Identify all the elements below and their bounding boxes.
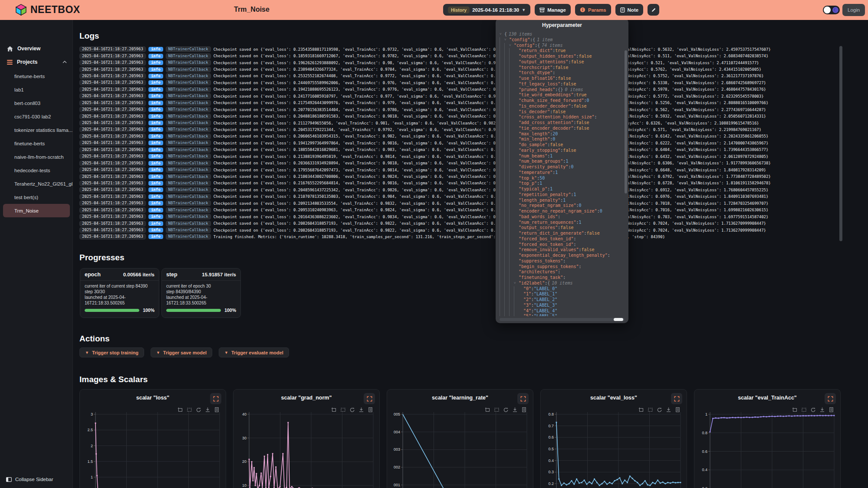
series-marker xyxy=(556,422,557,423)
series-marker xyxy=(650,485,651,486)
series-marker xyxy=(644,480,646,481)
sidebar-item-project[interactable]: tokenizer statistics llama... xyxy=(0,123,73,137)
chart-plot-eval_TrainAcc[interactable]: 10.80.60.40.2 xyxy=(697,412,838,488)
log-tag: NBTrainerCallback xyxy=(166,93,211,99)
series-marker xyxy=(786,416,787,417)
json-tree-line: "num_beams": 1 xyxy=(500,154,623,159)
json-tree-line: ˅"id2label": {10 items xyxy=(500,281,623,286)
series-marker xyxy=(602,483,603,485)
chart-plot-learning_rate[interactable]: 005004003002001 xyxy=(390,412,531,488)
action-button[interactable]: ▼Trigger stop training xyxy=(79,347,144,357)
sidebar-item-project[interactable]: naive-llm-from-scratch xyxy=(0,150,73,164)
json-tree-line: "remove_invalid_values": false xyxy=(500,247,623,253)
tree-collapse-icon[interactable]: ˅ xyxy=(500,32,504,37)
sidebar-item-project[interactable]: Terahertz_No22_Gl261_gl... xyxy=(0,177,73,190)
sidebar-item-project[interactable]: bert-conll03 xyxy=(0,96,73,110)
series-marker xyxy=(822,415,824,416)
action-button[interactable]: ▼Trigger save model xyxy=(151,347,212,357)
log-message: Checkpoint saved on {'eval_loss': 0.2417… xyxy=(214,94,764,98)
y-axis-tick-label: 0.7 xyxy=(548,424,554,428)
y-axis-tick-label: 004 xyxy=(394,430,400,434)
sidebar-item-project[interactable]: lab1 xyxy=(0,83,73,96)
scalar-card-grad_norm: scalar "grad_norm"40302010 xyxy=(233,389,380,488)
scalar-card-learning_rate: scalar "learning_rate"005004003002001 xyxy=(387,389,533,488)
log-row: 2025-04-16T21:18:27.205963infoNBTrainerC… xyxy=(79,153,838,160)
series-marker xyxy=(249,459,250,460)
series-marker xyxy=(252,480,253,481)
fullscreen-icon xyxy=(213,396,219,402)
json-tree-line: "torch_dtype": xyxy=(500,70,623,76)
series-marker xyxy=(286,487,287,488)
sidebar-item-project[interactable]: finetune-berts xyxy=(0,69,73,83)
log-timestamp: 2025-04-16T21:18:27.205963 xyxy=(79,234,146,239)
sidebar-item-projects[interactable]: Projects xyxy=(0,56,73,68)
series-marker xyxy=(746,416,747,418)
log-row: 2025-04-16T21:18:27.205963infoNBTrainerC… xyxy=(79,160,838,166)
fullscreen-button[interactable] xyxy=(825,393,836,404)
brand[interactable]: NEETBOX xyxy=(16,4,80,16)
json-tree-line: "tie_encoder_decoder": false xyxy=(500,126,623,131)
popup-horizontal-thumb[interactable] xyxy=(614,318,623,321)
json-tree-line: "finetuning_task": xyxy=(500,275,623,281)
progress-name: step xyxy=(166,272,178,278)
fullscreen-button[interactable] xyxy=(210,393,221,404)
sidebar-item-project[interactable]: Trm_Noise xyxy=(3,204,70,217)
series-marker xyxy=(632,478,633,479)
login-button[interactable]: Login xyxy=(842,4,865,16)
json-tree-line: "tie_word_embeddings": true xyxy=(500,92,623,98)
fullscreen-button[interactable] xyxy=(671,393,682,404)
chart-title: scalar "learning_rate" xyxy=(387,395,533,401)
series-marker xyxy=(680,482,681,483)
series-marker xyxy=(635,480,636,481)
fullscreen-button[interactable] xyxy=(364,393,375,404)
log-message: Checkpoint saved on {'eval_loss': 0.2048… xyxy=(214,114,766,118)
history-dropdown[interactable]: History 2025-04-16 21:18:30 ▼ xyxy=(443,4,530,16)
logs-scrollbar[interactable] xyxy=(839,46,842,241)
series-marker xyxy=(729,417,730,419)
params-button[interactable]: Params xyxy=(575,4,611,16)
json-tree-line: "architectures": xyxy=(500,269,623,275)
log-message: Checkpoint saved on {'eval_loss': 0.1942… xyxy=(214,87,766,92)
series-marker xyxy=(766,416,767,417)
log-row: 2025-04-16T21:18:27.205963infoNBTrainerC… xyxy=(79,207,838,213)
tree-collapse-icon[interactable]: ˅ xyxy=(504,37,509,43)
hyperparameter-json-tree[interactable]: ˅{130 items˅"config": {1 item˅"config": … xyxy=(500,32,623,316)
log-row: 2025-04-16T21:18:27.205963infoNBTrainerC… xyxy=(79,227,838,233)
log-tag: NBTrainerCallback xyxy=(166,46,211,52)
sidebar-item-project[interactable]: csc791-030 lab2 xyxy=(0,110,73,123)
edit-note-button[interactable] xyxy=(648,4,659,16)
log-tag: NBTrainerCallback xyxy=(166,100,211,106)
log-message: Checkpoint saved on {'eval_loss': 0.2138… xyxy=(214,154,769,159)
log-tag: NBTrainerCallback xyxy=(166,214,211,219)
log-timestamp: 2025-04-16T21:18:27.205963 xyxy=(79,160,146,166)
log-timestamp: 2025-04-16T21:18:27.205963 xyxy=(79,80,146,85)
theme-toggle[interactable]: ☾ xyxy=(823,6,840,14)
note-button[interactable]: Note xyxy=(615,4,644,16)
chart-plot-grad_norm[interactable]: 40302010 xyxy=(236,412,378,488)
sidebar-item-project[interactable]: hedecoder-tests xyxy=(0,164,73,177)
log-row: 2025-04-16T21:18:27.205963infoNBTrainerC… xyxy=(79,200,838,206)
chart-title: scalar "loss" xyxy=(80,395,226,401)
manage-button[interactable]: Manage xyxy=(535,4,571,16)
pencil-icon xyxy=(651,7,656,13)
log-timestamp: 2025-04-16T21:18:27.205963 xyxy=(79,147,146,153)
sidebar-item-overview[interactable]: Overview xyxy=(0,43,73,55)
popup-horizontal-scrollbar[interactable] xyxy=(500,318,625,321)
tree-collapse-icon[interactable]: ˅ xyxy=(509,43,514,49)
action-button[interactable]: ▼Trigger evaluate model xyxy=(219,347,289,357)
log-level-badge: info xyxy=(148,134,163,139)
chart-title: scalar "eval_TrainAcc" xyxy=(694,395,840,401)
chart-plot-eval_loss[interactable]: 0.80.70.60.50.40.30.2 xyxy=(543,412,685,488)
log-level-badge: info xyxy=(148,54,163,59)
sidebar-item-project[interactable]: test bert(s) xyxy=(0,190,73,204)
chart-plot-loss[interactable]: 32.521.51 xyxy=(82,412,224,488)
sidebar-item-project[interactable]: finetune-berts xyxy=(0,137,73,150)
log-row: 2025-04-16T21:18:27.205963infoNBTrainerC… xyxy=(79,66,838,72)
log-level-badge: info xyxy=(148,161,163,166)
tree-collapse-icon[interactable]: ˅ xyxy=(514,281,519,286)
log-tag: NBTrainerCallback xyxy=(166,160,211,166)
popup-vertical-scrollbar[interactable] xyxy=(625,50,627,193)
collapse-sidebar-button[interactable]: Collapse Sidebar xyxy=(6,477,53,482)
fullscreen-button[interactable] xyxy=(517,393,529,404)
series-marker xyxy=(571,480,572,481)
